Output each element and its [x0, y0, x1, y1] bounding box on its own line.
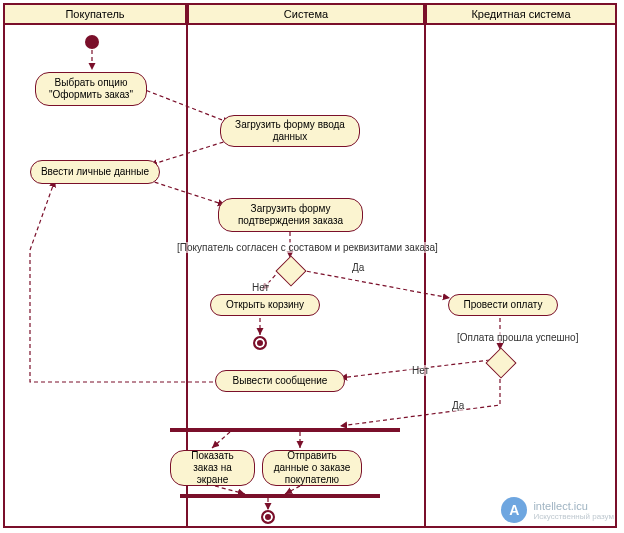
activity-show-order: Показать заказ на экране — [170, 450, 255, 486]
activity-label: Загрузить форму ввода данных — [229, 119, 351, 143]
lane-header-buyer: Покупатель — [3, 3, 187, 25]
activity-label: Загрузить форму подтверждения заказа — [227, 203, 354, 227]
activity-label: Выбрать опцию "Оформить заказ" — [44, 77, 138, 101]
lane-divider-2 — [424, 25, 426, 528]
final-node-1 — [253, 336, 267, 350]
lane-header-system: Система — [187, 3, 425, 25]
lane-header-label: Система — [284, 8, 328, 20]
guard-yes-1: Да — [350, 262, 366, 273]
activity-enter-data: Ввести личные данные — [30, 160, 160, 184]
guard-yes-2: Да — [450, 400, 466, 411]
activity-send-data: Отправить данные о заказе покупателю — [262, 450, 362, 486]
activity-label: Показать заказ на экране — [179, 450, 246, 486]
final-node-2 — [261, 510, 275, 524]
watermark: A intellect.icu Искусственный разум — [501, 497, 614, 523]
activity-label: Открыть корзину — [226, 299, 304, 311]
join-bar — [180, 494, 380, 498]
guard-payment: [Оплата прошла успешно] — [455, 332, 580, 343]
lane-header-label: Покупатель — [65, 8, 124, 20]
guard-no-1: Нет — [250, 282, 271, 293]
activity-process-payment: Провести оплату — [448, 294, 558, 316]
activity-label: Провести оплату — [464, 299, 543, 311]
guard-no-2: Нет — [410, 365, 431, 376]
lane-header-label: Кредитная система — [471, 8, 570, 20]
activity-load-form: Загрузить форму ввода данных — [220, 115, 360, 147]
activity-show-message: Вывести сообщение — [215, 370, 345, 392]
activity-label: Ввести личные данные — [41, 166, 149, 178]
watermark-sub: Искусственный разум — [533, 512, 614, 521]
activity-load-confirm: Загрузить форму подтверждения заказа — [218, 198, 363, 232]
watermark-letter: A — [509, 502, 519, 518]
watermark-title: intellect.icu — [533, 500, 614, 512]
activity-choose-option: Выбрать опцию "Оформить заказ" — [35, 72, 147, 106]
guard-main: [Покупатель согласен с составом и реквиз… — [175, 242, 440, 253]
activity-label: Вывести сообщение — [233, 375, 328, 387]
lane-header-credit: Кредитная система — [425, 3, 617, 25]
activity-label: Отправить данные о заказе покупателю — [271, 450, 353, 486]
initial-node — [85, 35, 99, 49]
fork-bar — [170, 428, 400, 432]
diagram-frame: Покупатель Система Кредитная система — [0, 0, 624, 533]
activity-open-cart: Открыть корзину — [210, 294, 320, 316]
watermark-icon: A — [501, 497, 527, 523]
